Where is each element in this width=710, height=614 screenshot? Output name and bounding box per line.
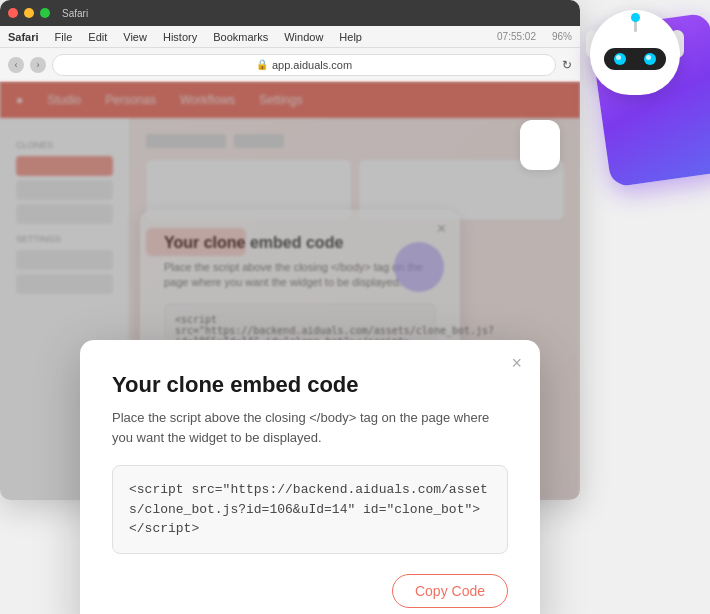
browser-titlebar: Safari [0,0,580,26]
forward-button[interactable]: › [30,57,46,73]
menu-window[interactable]: Window [284,31,323,43]
dialog-close-button[interactable]: × [511,354,522,372]
menu-view[interactable]: View [123,31,147,43]
address-text: app.aiduals.com [272,59,352,71]
maximize-window-button[interactable] [40,8,50,18]
robot-left-eye [614,53,626,65]
robot-visor [604,48,666,70]
browser-toolbar: ‹ › 🔒 app.aiduals.com ↻ [0,48,580,82]
menu-bookmarks[interactable]: Bookmarks [213,31,268,43]
lock-icon: 🔒 [256,59,268,70]
dialog-actions: Copy Code [112,574,508,608]
copy-code-button[interactable]: Copy Code [392,574,508,608]
menu-history[interactable]: History [163,31,197,43]
robot-left-eye-glow [616,55,621,60]
browser-app-name: Safari [62,8,88,19]
robot-right-eye-glow [646,55,651,60]
browser-menu-bar: Safari File Edit View History Bookmarks … [0,26,580,48]
menu-file[interactable]: File [55,31,73,43]
menu-edit[interactable]: Edit [88,31,107,43]
dialog-description: Place the script above the closing </bod… [112,408,508,447]
robot-antenna [634,18,637,32]
close-window-button[interactable] [8,8,18,18]
dialog-title: Your clone embed code [112,372,508,398]
robot-mascot [520,0,710,210]
embed-code-box[interactable]: <script src="https://backend.aiduals.com… [112,465,508,554]
address-bar[interactable]: 🔒 app.aiduals.com [52,54,556,76]
menu-safari[interactable]: Safari [8,31,39,43]
robot-body [520,0,710,210]
robot-face [590,10,680,95]
embed-code-dialog: × Your clone embed code Place the script… [80,340,540,614]
menu-help[interactable]: Help [339,31,362,43]
robot-hand [520,120,560,170]
robot-head [580,0,690,100]
back-button[interactable]: ‹ [8,57,24,73]
minimize-window-button[interactable] [24,8,34,18]
robot-right-eye [644,53,656,65]
